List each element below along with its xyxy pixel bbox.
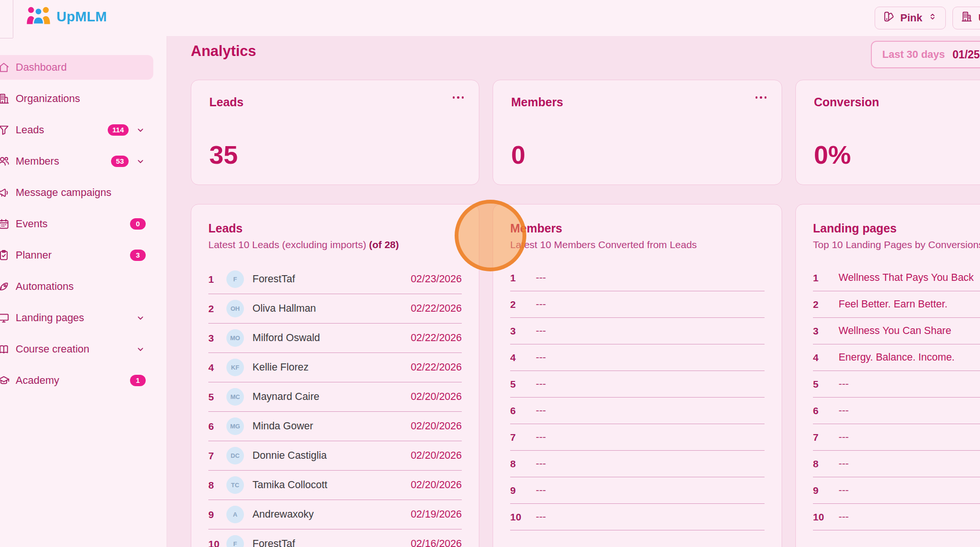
list-subtitle: Latest 10 Leads (excluding imports) (of … — [208, 239, 462, 250]
table-row: 7 --- — [510, 424, 765, 451]
lead-date: 02/23/2026 — [411, 273, 462, 285]
table-row[interactable]: 2 OH Oliva Hallman 02/22/2026 — [208, 294, 462, 324]
lead-date: 02/22/2026 — [411, 332, 462, 344]
chevron-down-icon[interactable] — [135, 125, 146, 135]
topbar: UpMLM Pink — [0, 0, 980, 36]
row-rank: 5 — [208, 391, 221, 403]
list-cards-row: Leads Latest 10 Leads (excluding imports… — [191, 204, 980, 547]
table-row: 3 --- — [510, 318, 765, 344]
table-row: 7 --- — [813, 424, 980, 451]
sidebar-item-message-campaigns[interactable]: Message campaigns — [0, 180, 153, 205]
row-rank: 9 — [208, 509, 221, 520]
sidebar-item-members[interactable]: Members 53 — [0, 149, 153, 174]
chevron-down-icon[interactable] — [135, 344, 146, 354]
lead-name: Oliva Hallman — [252, 303, 316, 315]
row-rank: 6 — [208, 421, 221, 432]
members-rows: 1 --- 2 --- 3 --- 4 --- — [510, 265, 765, 530]
table-row[interactable]: 5 MC Maynard Caire 02/20/2026 — [208, 382, 462, 412]
avatar: DC — [226, 447, 244, 464]
lead-name: Tamika Collocott — [252, 479, 327, 491]
table-row[interactable]: 1 F ForestTaf 02/23/2026 — [208, 265, 462, 294]
row-rank: 7 — [813, 432, 825, 443]
table-row[interactable]: 2 Feel Better. Earn Better. — [813, 291, 980, 318]
ellipsis-menu-button[interactable] — [453, 96, 464, 99]
row-rank: 4 — [208, 362, 221, 373]
sidebar-item-landing-pages[interactable]: Landing pages — [0, 306, 153, 330]
ellipsis-menu-button[interactable] — [756, 96, 767, 99]
table-row[interactable]: 4 Energy. Balance. Income. — [813, 344, 980, 371]
list-subtitle: Latest 10 Members Converted from Leads — [510, 239, 765, 250]
table-row: 9 --- — [510, 477, 765, 504]
sidebar-item-leads[interactable]: Leads 114 — [0, 118, 153, 142]
table-row[interactable]: 3 MO Milford Oswald 02/22/2026 — [208, 324, 462, 353]
sidebar-item-label: Academy — [16, 374, 59, 387]
landing-page-placeholder: --- — [839, 378, 849, 390]
building-icon — [961, 10, 973, 26]
row-rank: 10 — [208, 538, 221, 547]
landing-page-name[interactable]: Feel Better. Earn Better. — [839, 298, 947, 310]
lead-date: 02/16/2026 — [411, 538, 462, 547]
avatar: KF — [226, 359, 244, 376]
color-swatch-icon — [883, 10, 895, 26]
table-row[interactable]: 3 Wellness You Can Share — [813, 318, 980, 344]
organization-button[interactable]: U — [952, 7, 980, 29]
sidebar-item-label: Members — [16, 155, 59, 167]
funnel-icon — [0, 124, 10, 136]
brand-logo[interactable]: UpMLM — [26, 6, 107, 27]
table-row[interactable]: 7 DC Donnie Castiglia 02/20/2026 — [208, 441, 462, 471]
row-rank: 5 — [510, 379, 523, 390]
landing-page-name[interactable]: Energy. Balance. Income. — [839, 352, 955, 363]
count-badge: 1 — [130, 375, 146, 387]
sidebar-item-label: Landing pages — [16, 312, 84, 324]
table-row[interactable]: 4 KF Kellie Florez 02/22/2026 — [208, 353, 462, 382]
stat-card-value: 0 — [511, 142, 764, 167]
landing-pages-rows: 1 Wellness That Pays You Back 2 Feel Bet… — [813, 265, 980, 530]
table-row[interactable]: 8 TC Tamika Collocott 02/20/2026 — [208, 471, 462, 500]
table-row[interactable]: 1 Wellness That Pays You Back — [813, 265, 980, 291]
date-preset-label: Last 30 days — [882, 48, 945, 61]
table-row[interactable]: 6 MG Minda Gower 02/20/2026 — [208, 412, 462, 441]
date-start-value: 01/25/20 — [952, 48, 980, 61]
lead-name: Minda Gower — [252, 420, 313, 432]
landing-page-name[interactable]: Wellness That Pays You Back — [839, 272, 974, 284]
landing-page-placeholder: --- — [839, 511, 849, 523]
sidebar-item-label: Leads — [16, 124, 44, 136]
chevron-down-icon[interactable] — [135, 156, 146, 167]
topbar-actions: Pink U — [875, 7, 980, 29]
sidebar-item-automations[interactable]: Automations — [0, 274, 153, 299]
lead-name: ForestTaf — [252, 538, 295, 547]
member-placeholder: --- — [536, 298, 546, 310]
table-row: 6 --- — [510, 398, 765, 424]
main-content: Analytics Last 30 days 01/25/20 Leads 35… — [191, 36, 980, 547]
table-row[interactable]: 9 A Andrewaxoky 02/19/2026 — [208, 500, 462, 529]
member-placeholder: --- — [536, 458, 546, 470]
count-badge: 3 — [130, 250, 146, 261]
brand-name: UpMLM — [56, 9, 107, 25]
sidebar-item-label: Dashboard — [16, 61, 67, 74]
row-rank: 3 — [510, 325, 523, 337]
member-placeholder: --- — [536, 484, 546, 496]
page-title: Analytics — [191, 43, 256, 60]
lead-name: Milford Oswald — [252, 332, 320, 344]
list-title: Members — [510, 222, 765, 235]
clipboard-icon — [0, 249, 10, 261]
row-rank: 9 — [813, 485, 825, 496]
stat-card-conversion: Conversion 0% — [795, 80, 980, 185]
people-group-logo-icon — [26, 6, 51, 27]
table-row[interactable]: 10 F ForestTaf 02/16/2026 — [208, 529, 462, 547]
sidebar-item-course-creation[interactable]: Course creation — [0, 337, 153, 362]
sidebar-item-dashboard[interactable]: Dashboard — [0, 55, 153, 80]
stat-card-title: Conversion — [814, 95, 980, 109]
chevron-down-icon[interactable] — [135, 313, 146, 323]
sidebar-item-label: Organizations — [16, 93, 80, 105]
landing-page-name[interactable]: Wellness You Can Share — [839, 325, 951, 337]
sidebar-item-organizations[interactable]: Organizations — [0, 86, 153, 111]
members-list-card: Members Latest 10 Members Converted from… — [493, 204, 782, 547]
date-range-filter[interactable]: Last 30 days 01/25/20 — [871, 41, 980, 68]
organization-name: U — [978, 12, 980, 24]
sidebar-item-events[interactable]: Events 0 — [0, 212, 153, 236]
sidebar-item-planner[interactable]: Planner 3 — [0, 243, 153, 268]
lead-name: Andrewaxoky — [252, 509, 314, 520]
sidebar-item-academy[interactable]: Academy 1 — [0, 368, 153, 393]
theme-select-button[interactable]: Pink — [875, 7, 946, 29]
